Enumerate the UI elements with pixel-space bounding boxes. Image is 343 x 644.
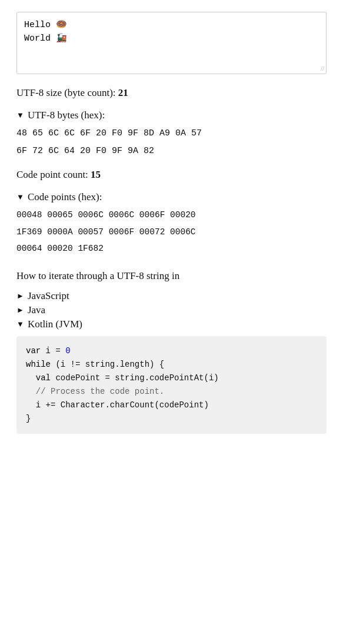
javascript-arrow: ►: [16, 291, 24, 301]
utf8-bytes-section: ▼ UTF-8 bytes (hex): 48 65 6C 6C 6F 20 F…: [16, 109, 327, 158]
codepoints-line2: 1F369 0000A 00057 0006F 00072 0006C: [16, 225, 327, 240]
utf8-bytes-arrow: ▼: [16, 111, 24, 120]
codepoint-count-line: Code point count: 15: [16, 169, 327, 181]
codepoints-line1: 00048 00065 0006C 0006C 0006F 00020: [16, 208, 327, 223]
utf8-size-value: 21: [118, 87, 128, 98]
input-textarea-wrapper: Hello 🍩 World 🚂 //: [16, 12, 327, 74]
resize-handle[interactable]: //: [317, 65, 324, 72]
codepoint-count-value: 15: [91, 169, 101, 180]
iterate-section: How to iterate through a UTF-8 string in…: [16, 270, 327, 434]
codepoints-header[interactable]: ▼ Code points (hex):: [16, 191, 327, 203]
utf8-size-label: UTF-8 size (byte count):: [16, 87, 116, 98]
utf8-bytes-line2: 6F 72 6C 64 20 F0 9F 9A 82: [16, 144, 327, 159]
lang-javascript[interactable]: ► JavaScript: [16, 290, 327, 302]
lang-kotlin[interactable]: ▼ Kotlin (JVM): [16, 318, 327, 330]
iterate-title: How to iterate through a UTF-8 string in: [16, 270, 327, 282]
codepoints-line3: 00064 00020 1F682: [16, 241, 327, 256]
java-label: Java: [28, 304, 45, 316]
utf8-bytes-line1: 48 65 6C 6C 6F 20 F0 9F 8D A9 0A 57: [16, 126, 327, 141]
codepoints-title: Code points (hex):: [28, 191, 102, 203]
kotlin-code-block: var i = 0 while (i != string.length) { v…: [16, 336, 327, 434]
codepoint-count-label: Code point count:: [16, 169, 88, 180]
kotlin-label: Kotlin (JVM): [28, 318, 82, 330]
utf8-bytes-header[interactable]: ▼ UTF-8 bytes (hex):: [16, 109, 327, 121]
codepoints-arrow: ▼: [16, 192, 24, 202]
lang-java[interactable]: ► Java: [16, 304, 327, 316]
text-input[interactable]: Hello 🍩 World 🚂: [17, 12, 326, 71]
utf8-size-line: UTF-8 size (byte count): 21: [16, 87, 327, 99]
codepoints-section: ▼ Code points (hex): 00048 00065 0006C 0…: [16, 191, 327, 256]
javascript-label: JavaScript: [28, 290, 69, 302]
java-arrow: ►: [16, 306, 24, 315]
kotlin-arrow: ▼: [16, 320, 24, 329]
utf8-bytes-title: UTF-8 bytes (hex):: [28, 109, 105, 121]
